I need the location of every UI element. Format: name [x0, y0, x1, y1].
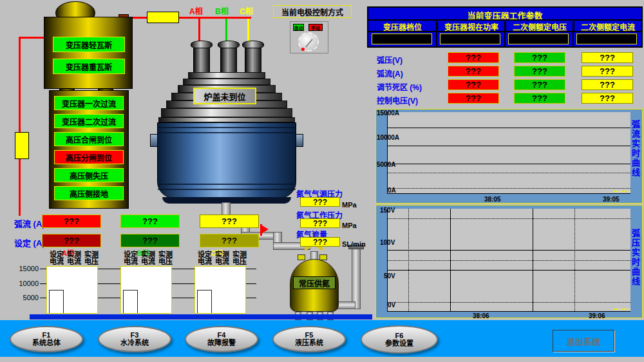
gridline: [388, 128, 630, 128]
col-meas-current: 实测电流: [139, 251, 157, 265]
auto-mode-button[interactable]: 自动: [293, 24, 304, 31]
lid-status-label: 炉盖未到位: [193, 88, 256, 104]
status-primary-overcurrent: 变压器一次过流: [54, 96, 124, 110]
apparent-power-value: [440, 33, 500, 44]
furnace-lid-layer: [188, 72, 265, 79]
bar-set-current-a: [49, 290, 64, 313]
bar-panel-phase-b: [120, 266, 172, 314]
bar-ytick-15000: 15000: [13, 265, 39, 272]
status-hv-voltage-loss: 高压侧失压: [54, 168, 124, 182]
gas-source-pressure-value: ???: [300, 197, 340, 207]
secondary-rated-voltage-value: [508, 33, 569, 44]
arc-current-trend-title: 弧流实时曲线: [629, 120, 641, 178]
mode-selector-knob[interactable]: [298, 32, 319, 52]
col-meas-voltage: 实测电压: [82, 251, 100, 265]
control-voltage-a: ???: [448, 93, 499, 104]
control-voltage-c: ???: [582, 93, 633, 104]
furnace-lid-layer: [183, 79, 270, 85]
arc-voltage-b: ???: [514, 52, 565, 63]
status-secondary-overcurrent: 变压器二次过流: [54, 114, 124, 128]
col-meas-voltage: 实测电压: [156, 251, 175, 265]
arc-voltage-trend-chart: 150V 100V 50V 0V 38:06 39:06 弧压实时曲线: [375, 205, 643, 318]
ytick-0A: 0A: [388, 187, 396, 194]
gridline: [388, 164, 630, 164]
bar-ytick-10000: 10000: [13, 280, 39, 287]
arc-current-a: ???: [448, 66, 499, 77]
manual-mode-button[interactable]: 手动: [308, 24, 323, 31]
footer-bar: F1 系统总体 F3 水冷系统 F4 故障报警 F5 液压系统 F6 参数设置 …: [0, 320, 644, 357]
furnace-lid-flange: [158, 117, 295, 122]
hmi-screen: 变压器轻瓦斯 变压器重瓦斯 变压器一次过流 变压器二次过流 高压合闸到位 高压分…: [0, 0, 644, 362]
ytick-15000A: 15000A: [377, 110, 399, 117]
deadband-label: 调节死区 (%): [377, 81, 422, 92]
phase-b-line: [225, 19, 227, 43]
f3-label: 水冷系统: [120, 339, 149, 347]
f5-key: F5: [305, 331, 314, 339]
phase-b-label: B相: [215, 5, 229, 16]
setpoint-b-value[interactable]: ???: [120, 234, 180, 247]
furnace-rib: [158, 184, 296, 185]
furnace-lid-layer: [161, 108, 292, 117]
exit-system-button[interactable]: 退出系统: [553, 330, 614, 352]
circuit-component: [15, 132, 29, 159]
bus-component: [147, 12, 179, 23]
f4-label: 故障报警: [207, 339, 236, 347]
line-marker-flag-icon: [262, 225, 269, 233]
gridline: [388, 260, 630, 261]
divider: [573, 21, 574, 46]
gridline: [388, 173, 630, 173]
transformer-params-table: 当前变压器工作参数 变压器档位 变压器视在功率 二次侧额定电压 二次侧额定电流: [367, 6, 643, 48]
setpoint-c-value[interactable]: ???: [200, 234, 259, 247]
arc-current-b-value: ???: [120, 214, 180, 228]
nitrogen-tank: 常压供氮: [290, 259, 339, 312]
gridline: [388, 188, 630, 189]
furnace-body: [157, 122, 296, 198]
col-set-current: 设定电流: [122, 251, 140, 265]
f6-label: 参数设置: [385, 339, 413, 348]
ytick-100V: 100V: [380, 239, 395, 246]
footer-button-f4-fault-alarm[interactable]: F4 故障报警: [185, 326, 258, 352]
trend-cursor[interactable]: [614, 309, 630, 310]
arc-voltage-plot-area: [387, 209, 630, 312]
control-voltage-b: ???: [514, 93, 565, 104]
footer-button-f6-parameter-settings[interactable]: F6 参数设置: [361, 325, 438, 354]
gas-flow-unit: SL/min: [342, 240, 366, 248]
trend-cursor[interactable]: [614, 191, 630, 192]
bar-ytick-5000: 5000: [13, 294, 39, 301]
xtick-right: 39:06: [589, 312, 605, 319]
pipe-segment: [352, 249, 361, 309]
furnace-trunnion: [296, 134, 303, 147]
gridline: [388, 270, 630, 271]
f1-label: 系统总体: [32, 339, 61, 347]
furnace-rib: [158, 132, 296, 133]
transformer-body: 变压器轻瓦斯 变压器重瓦斯: [44, 17, 133, 89]
gridline: [574, 209, 575, 311]
status-transformer-heavy-gas: 变压器重瓦斯: [53, 59, 125, 74]
arc-voltage-label: 弧压(V): [377, 54, 402, 65]
tap-position-value: [372, 33, 432, 44]
setpoint-a-value[interactable]: ???: [42, 234, 101, 247]
alarm-panel: 变压器一次过流 变压器二次过流 高压合闸到位 高压分闸到位 高压侧失压 高压侧接…: [49, 90, 129, 209]
furnace-rib: [158, 127, 296, 128]
gridline: [388, 250, 630, 251]
gas-flow-value: ???: [300, 237, 340, 247]
footer-button-f1-system-overview[interactable]: F1 系统总体: [10, 326, 83, 352]
ytick-5000A: 5000A: [377, 161, 395, 168]
floor-strip: [30, 314, 372, 319]
f4-key: F4: [218, 331, 226, 339]
col-meas-voltage: 实测电压: [231, 251, 249, 265]
arc-current-c-value: ???: [200, 214, 259, 228]
xtick-right: 39:05: [603, 196, 620, 203]
arc-voltage-c: ???: [582, 52, 633, 63]
footer-button-f3-water-cooling[interactable]: F3 水冷系统: [98, 326, 171, 352]
gridline: [408, 209, 409, 311]
furnace-rib: [158, 189, 296, 190]
arc-current-c: ???: [582, 66, 633, 77]
secondary-rated-current-value: [576, 33, 637, 44]
circuit-line: [19, 159, 21, 216]
gridline: [388, 218, 630, 219]
mode-selector-panel: 自动 手动: [290, 21, 328, 53]
footer-button-f5-hydraulic-system[interactable]: F5 液压系统: [272, 326, 346, 352]
control-voltage-label: 控制电压(V): [377, 95, 418, 106]
circuit-line: [19, 37, 21, 133]
